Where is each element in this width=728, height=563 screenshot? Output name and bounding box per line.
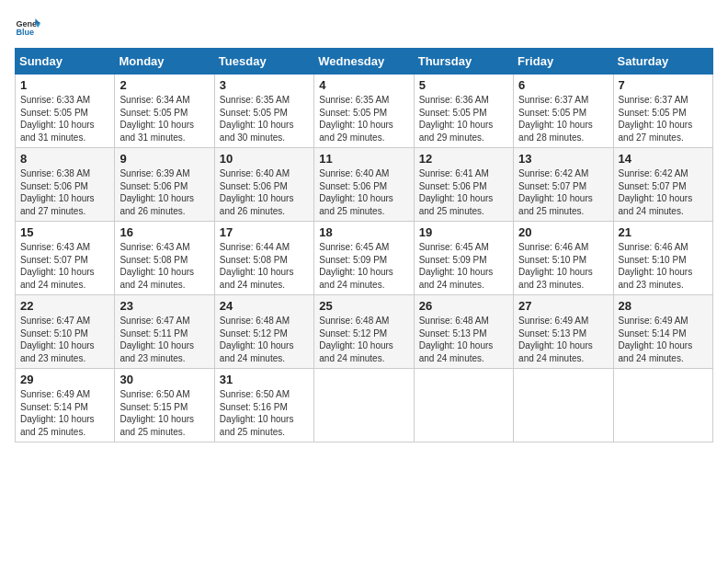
day-number: 9 <box>119 152 209 166</box>
day-info: Sunrise: 6:37 AMSunset: 5:05 PMDaylight:… <box>518 94 608 144</box>
day-number: 3 <box>220 78 309 92</box>
day-number: 7 <box>619 78 708 92</box>
day-number: 21 <box>619 225 708 239</box>
calendar-cell: 17Sunrise: 6:44 AMSunset: 5:08 PMDayligh… <box>214 222 313 295</box>
day-info: Sunrise: 6:47 AMSunset: 5:11 PMDaylight:… <box>119 315 209 364</box>
day-number: 4 <box>319 78 408 92</box>
calendar-cell: 1Sunrise: 6:33 AMSunset: 5:05 PMDaylight… <box>16 75 115 148</box>
logo: General Blue <box>15 15 40 40</box>
calendar-cell: 5Sunrise: 6:36 AMSunset: 5:05 PMDaylight… <box>414 75 513 148</box>
day-info: Sunrise: 6:38 AMSunset: 5:06 PMDaylight:… <box>20 167 109 217</box>
calendar-cell: 20Sunrise: 6:46 AMSunset: 5:10 PMDayligh… <box>514 222 613 295</box>
weekday-header-row: SundayMondayTuesdayWednesdayThursdayFrid… <box>16 49 713 75</box>
calendar-table: SundayMondayTuesdayWednesdayThursdayFrid… <box>15 48 713 442</box>
calendar-cell: 3Sunrise: 6:35 AMSunset: 5:05 PMDaylight… <box>214 75 313 148</box>
day-info: Sunrise: 6:44 AMSunset: 5:08 PMDaylight:… <box>220 241 309 291</box>
day-info: Sunrise: 6:33 AMSunset: 5:05 PMDaylight:… <box>20 94 109 144</box>
calendar-cell: 31Sunrise: 6:50 AMSunset: 5:16 PMDayligh… <box>214 369 313 442</box>
day-info: Sunrise: 6:45 AMSunset: 5:09 PMDaylight:… <box>419 241 508 291</box>
calendar-week-4: 22Sunrise: 6:47 AMSunset: 5:10 PMDayligh… <box>16 295 713 369</box>
calendar-week-1: 1Sunrise: 6:33 AMSunset: 5:05 PMDaylight… <box>16 75 713 148</box>
day-number: 20 <box>518 225 608 239</box>
day-info: Sunrise: 6:48 AMSunset: 5:12 PMDaylight:… <box>220 315 309 364</box>
calendar-cell: 26Sunrise: 6:48 AMSunset: 5:13 PMDayligh… <box>414 295 513 369</box>
day-number: 31 <box>220 373 309 386</box>
day-info: Sunrise: 6:41 AMSunset: 5:06 PMDaylight:… <box>419 167 508 217</box>
calendar-cell: 18Sunrise: 6:45 AMSunset: 5:09 PMDayligh… <box>314 222 414 295</box>
day-number: 26 <box>419 299 508 313</box>
day-info: Sunrise: 6:50 AMSunset: 5:16 PMDaylight:… <box>220 388 309 438</box>
day-number: 27 <box>518 299 608 313</box>
day-number: 10 <box>220 152 309 166</box>
day-number: 29 <box>20 373 109 386</box>
day-number: 6 <box>518 78 608 92</box>
day-number: 25 <box>319 299 408 313</box>
day-number: 16 <box>119 225 209 239</box>
calendar-cell: 27Sunrise: 6:49 AMSunset: 5:13 PMDayligh… <box>514 295 613 369</box>
day-info: Sunrise: 6:49 AMSunset: 5:13 PMDaylight:… <box>518 315 608 364</box>
page-header: General Blue <box>15 15 713 40</box>
day-info: Sunrise: 6:36 AMSunset: 5:05 PMDaylight:… <box>419 94 508 144</box>
logo-icon: General Blue <box>15 15 40 40</box>
calendar-cell <box>514 369 613 442</box>
weekday-header-saturday: Saturday <box>613 49 712 75</box>
calendar-cell: 4Sunrise: 6:35 AMSunset: 5:05 PMDaylight… <box>314 75 414 148</box>
day-info: Sunrise: 6:34 AMSunset: 5:05 PMDaylight:… <box>119 94 209 144</box>
calendar-cell: 8Sunrise: 6:38 AMSunset: 5:06 PMDaylight… <box>16 148 115 222</box>
day-info: Sunrise: 6:35 AMSunset: 5:05 PMDaylight:… <box>319 94 408 144</box>
calendar-cell: 13Sunrise: 6:42 AMSunset: 5:07 PMDayligh… <box>514 148 613 222</box>
day-number: 30 <box>119 373 209 386</box>
calendar-cell <box>414 369 513 442</box>
day-info: Sunrise: 6:35 AMSunset: 5:05 PMDaylight:… <box>220 94 309 144</box>
day-number: 1 <box>20 78 109 92</box>
calendar-cell: 22Sunrise: 6:47 AMSunset: 5:10 PMDayligh… <box>16 295 115 369</box>
calendar-cell: 14Sunrise: 6:42 AMSunset: 5:07 PMDayligh… <box>613 148 712 222</box>
day-info: Sunrise: 6:47 AMSunset: 5:10 PMDaylight:… <box>20 315 109 364</box>
day-info: Sunrise: 6:48 AMSunset: 5:13 PMDaylight:… <box>419 315 508 364</box>
day-number: 8 <box>20 152 109 166</box>
calendar-cell <box>314 369 414 442</box>
day-info: Sunrise: 6:39 AMSunset: 5:06 PMDaylight:… <box>119 167 209 217</box>
calendar-week-5: 29Sunrise: 6:49 AMSunset: 5:14 PMDayligh… <box>16 369 713 442</box>
day-info: Sunrise: 6:43 AMSunset: 5:08 PMDaylight:… <box>119 241 209 291</box>
day-number: 18 <box>319 225 408 239</box>
calendar-cell: 21Sunrise: 6:46 AMSunset: 5:10 PMDayligh… <box>613 222 712 295</box>
calendar-cell: 11Sunrise: 6:40 AMSunset: 5:06 PMDayligh… <box>314 148 414 222</box>
calendar-cell: 16Sunrise: 6:43 AMSunset: 5:08 PMDayligh… <box>115 222 214 295</box>
calendar-cell: 7Sunrise: 6:37 AMSunset: 5:05 PMDaylight… <box>613 75 712 148</box>
day-info: Sunrise: 6:37 AMSunset: 5:05 PMDaylight:… <box>619 94 708 144</box>
calendar-cell: 19Sunrise: 6:45 AMSunset: 5:09 PMDayligh… <box>414 222 513 295</box>
day-number: 14 <box>619 152 708 166</box>
calendar-cell: 30Sunrise: 6:50 AMSunset: 5:15 PMDayligh… <box>115 369 214 442</box>
calendar-cell: 15Sunrise: 6:43 AMSunset: 5:07 PMDayligh… <box>16 222 115 295</box>
day-info: Sunrise: 6:48 AMSunset: 5:12 PMDaylight:… <box>319 315 408 364</box>
day-number: 5 <box>419 78 508 92</box>
calendar-cell: 6Sunrise: 6:37 AMSunset: 5:05 PMDaylight… <box>514 75 613 148</box>
day-info: Sunrise: 6:40 AMSunset: 5:06 PMDaylight:… <box>319 167 408 217</box>
calendar-cell <box>613 369 712 442</box>
day-info: Sunrise: 6:49 AMSunset: 5:14 PMDaylight:… <box>619 315 708 364</box>
weekday-header-tuesday: Tuesday <box>214 49 313 75</box>
calendar-cell: 12Sunrise: 6:41 AMSunset: 5:06 PMDayligh… <box>414 148 513 222</box>
day-info: Sunrise: 6:42 AMSunset: 5:07 PMDaylight:… <box>619 167 708 217</box>
calendar-cell: 2Sunrise: 6:34 AMSunset: 5:05 PMDaylight… <box>115 75 214 148</box>
day-number: 17 <box>220 225 309 239</box>
day-info: Sunrise: 6:43 AMSunset: 5:07 PMDaylight:… <box>20 241 109 291</box>
day-info: Sunrise: 6:46 AMSunset: 5:10 PMDaylight:… <box>518 241 608 291</box>
weekday-header-friday: Friday <box>514 49 613 75</box>
day-number: 24 <box>220 299 309 313</box>
weekday-header-sunday: Sunday <box>16 49 115 75</box>
calendar-cell: 10Sunrise: 6:40 AMSunset: 5:06 PMDayligh… <box>214 148 313 222</box>
day-number: 11 <box>319 152 408 166</box>
weekday-header-wednesday: Wednesday <box>314 49 414 75</box>
day-info: Sunrise: 6:50 AMSunset: 5:15 PMDaylight:… <box>119 388 209 438</box>
calendar-cell: 29Sunrise: 6:49 AMSunset: 5:14 PMDayligh… <box>16 369 115 442</box>
weekday-header-thursday: Thursday <box>414 49 513 75</box>
day-number: 23 <box>119 299 209 313</box>
day-info: Sunrise: 6:40 AMSunset: 5:06 PMDaylight:… <box>220 167 309 217</box>
day-number: 19 <box>419 225 508 239</box>
day-info: Sunrise: 6:42 AMSunset: 5:07 PMDaylight:… <box>518 167 608 217</box>
svg-text:Blue: Blue <box>16 28 34 37</box>
calendar-cell: 23Sunrise: 6:47 AMSunset: 5:11 PMDayligh… <box>115 295 214 369</box>
day-number: 15 <box>20 225 109 239</box>
